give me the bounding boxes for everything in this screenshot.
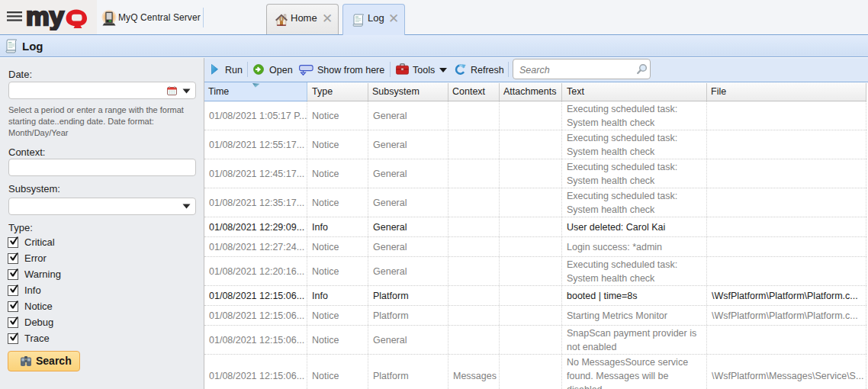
svg-text:my: my: [26, 6, 65, 31]
